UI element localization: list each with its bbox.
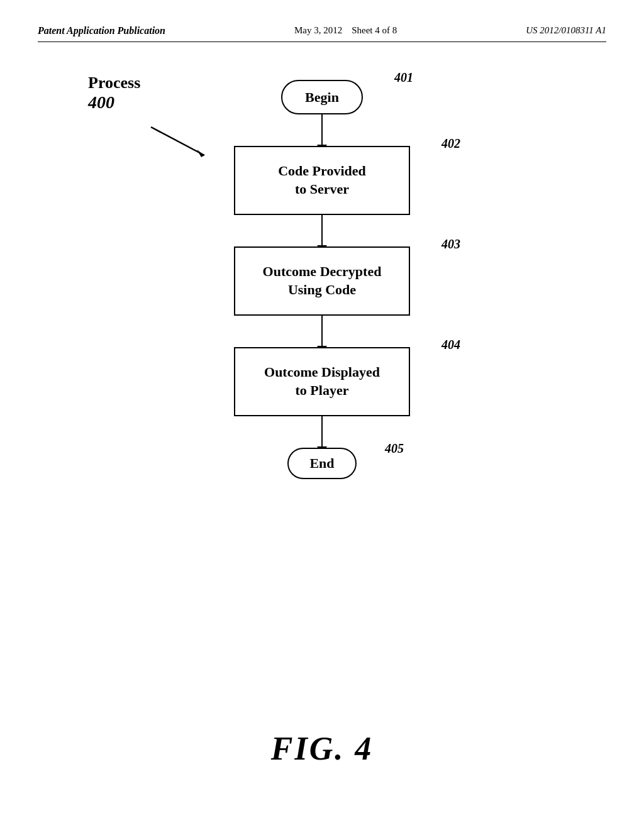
end-node: End bbox=[287, 448, 357, 479]
node-401-label: 401 bbox=[394, 70, 413, 85]
node-403-label: 403 bbox=[441, 237, 460, 252]
outcome-displayed-text: Outcome Displayedto Player bbox=[264, 363, 380, 399]
node-402-label: 402 bbox=[441, 136, 460, 151]
end-label: End bbox=[309, 455, 334, 472]
process-text: Process bbox=[88, 74, 140, 92]
arrow-1 bbox=[321, 114, 323, 146]
patent-number: US 2012/0108311 A1 bbox=[526, 25, 606, 36]
page-header: Patent Application Publication May 3, 20… bbox=[38, 25, 606, 42]
figure-caption: FIG. 4 bbox=[271, 730, 373, 767]
node-404-label: 404 bbox=[441, 338, 460, 352]
code-provided-node: Code Providedto Server bbox=[234, 146, 410, 215]
begin-label: Begin bbox=[305, 89, 339, 106]
arrow-4 bbox=[321, 416, 323, 448]
outcome-decrypted-node: Outcome DecryptedUsing Code bbox=[234, 246, 410, 316]
outcome-decrypted-text: Outcome DecryptedUsing Code bbox=[263, 263, 382, 299]
process-label-group: Process 400 bbox=[88, 74, 140, 113]
begin-node-wrapper: Begin 401 bbox=[281, 80, 363, 114]
end-node-wrapper: End 405 bbox=[287, 448, 357, 479]
begin-node: Begin bbox=[281, 80, 363, 114]
outcome-displayed-node: Outcome Displayedto Player bbox=[234, 347, 410, 416]
publication-label: Patent Application Publication bbox=[38, 25, 165, 36]
page: Patent Application Publication May 3, 20… bbox=[0, 0, 644, 830]
outcome-decrypted-node-wrapper: Outcome DecryptedUsing Code 403 bbox=[234, 246, 410, 316]
outcome-displayed-node-wrapper: Outcome Displayedto Player 404 bbox=[234, 347, 410, 416]
date-sheet: May 3, 2012 Sheet 4 of 8 bbox=[294, 25, 397, 36]
sheet-info: Sheet 4 of 8 bbox=[352, 25, 397, 35]
process-number: 400 bbox=[88, 92, 140, 113]
publication-date: May 3, 2012 bbox=[294, 25, 342, 35]
flowchart: Begin 401 Code Providedto Server 402 Out… bbox=[196, 80, 448, 479]
code-provided-node-wrapper: Code Providedto Server 402 bbox=[234, 146, 410, 215]
code-provided-text: Code Providedto Server bbox=[278, 162, 366, 198]
node-405-label: 405 bbox=[385, 441, 404, 456]
arrow-3 bbox=[321, 316, 323, 347]
arrow-2 bbox=[321, 215, 323, 246]
